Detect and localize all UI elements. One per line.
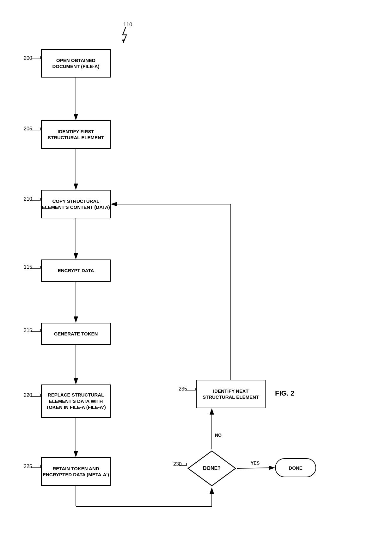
box-encrypt-data: ENCRYPT DATA [41,259,111,282]
box-open-doc: OPEN OBTAINEDDOCUMENT (FILE-A) [41,49,111,78]
box-retain-token: RETAIN TOKEN ANDENCRYPTED DATA (META-A') [41,457,111,486]
box-copy-structural-label: COPY STRUCTURALELEMENT'S CONTENT (DATA) [42,198,110,210]
svg-text:NO: NO [215,433,222,438]
box-identify-first: IDENTIFY FIRSTSTRUCTURAL ELEMENT [41,120,111,149]
svg-line-13 [237,468,274,468]
box-generate-token-label: GENERATE TOKEN [54,331,98,337]
box-done-terminal: DONE [275,458,316,477]
box-replace-structural: REPLACE STRUCTURALELEMENT'S DATA WITHTOK… [41,385,111,418]
box-replace-structural-label: REPLACE STRUCTURALELEMENT'S DATA WITHTOK… [46,392,106,410]
box-identify-next-label: IDENTIFY NEXTSTRUCTURAL ELEMENT [203,388,259,400]
box-retain-token-label: RETAIN TOKEN ANDENCRYPTED DATA (META-A') [43,466,109,478]
box-encrypt-data-label: ENCRYPT DATA [58,267,94,274]
box-open-doc-label: OPEN OBTAINEDDOCUMENT (FILE-A) [52,57,99,70]
box-identify-next: IDENTIFY NEXTSTRUCTURAL ELEMENT [196,380,266,408]
svg-text:DONE?: DONE? [203,466,221,471]
diagram-container: 110 OPEN OBTAINEDDOCUMENT (FILE-A) 200 I… [0,0,392,544]
fig-label: FIG. 2 [275,389,294,397]
box-generate-token: GENERATE TOKEN [41,323,111,345]
box-done-terminal-label: DONE [289,465,302,471]
svg-text:YES: YES [251,460,260,466]
box-copy-structural: COPY STRUCTURALELEMENT'S CONTENT (DATA) [41,190,111,218]
box-identify-first-label: IDENTIFY FIRSTSTRUCTURAL ELEMENT [48,128,104,141]
diamond-done: DONE? [187,449,237,487]
